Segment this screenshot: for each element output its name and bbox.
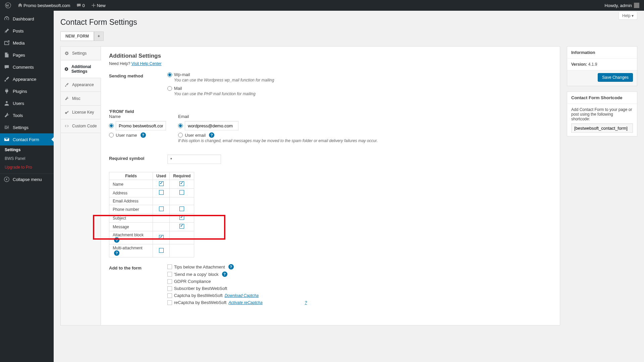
cb-recaptcha[interactable]: [167, 300, 172, 305]
required-symbol-input[interactable]: [167, 155, 221, 164]
tab-add-form[interactable]: +: [94, 32, 104, 41]
itab-appearance[interactable]: Appearance: [61, 78, 101, 92]
dashboard-icon: [3, 15, 10, 22]
mail-desc: You can use the PHP mail function for ma…: [174, 92, 274, 96]
activate-recaptcha-link[interactable]: Activate reCaptcha: [228, 300, 262, 305]
menu-posts[interactable]: Posts: [0, 25, 54, 37]
field-name-cell: Phone number: [109, 205, 153, 214]
comments-link[interactable]: 0: [73, 0, 87, 11]
add-to-form-label: Add to the form: [109, 264, 166, 270]
radio-from-email-custom[interactable]: [178, 123, 183, 128]
table-row: Phone number: [109, 205, 194, 214]
checkbox[interactable]: [179, 206, 184, 211]
help-icon[interactable]: ?: [209, 132, 214, 138]
checkbox[interactable]: [179, 215, 184, 220]
field-name-cell: Email Address: [109, 197, 153, 205]
help-icon[interactable]: ?: [114, 250, 119, 256]
site-link[interactable]: Promo bestwebsoft.com: [14, 0, 73, 11]
cb-gdpr[interactable]: [167, 279, 172, 284]
cb-captcha[interactable]: [167, 293, 172, 298]
radio-from-name-custom[interactable]: [109, 123, 114, 128]
download-captcha-link[interactable]: Download Captcha: [225, 293, 259, 298]
form-area: Additional Settings Need Help? Visit Hel…: [101, 47, 560, 325]
checkbox[interactable]: [179, 190, 184, 195]
new-label: New: [97, 3, 106, 8]
itab-settings[interactable]: Settings: [61, 47, 101, 60]
itab-misc[interactable]: Misc: [61, 92, 101, 106]
table-row: Address: [109, 189, 194, 197]
recaptcha-help-link[interactable]: ?: [305, 300, 307, 305]
cb-subscriber[interactable]: [167, 286, 172, 291]
shortcode-title: Contact Form Shortcode: [567, 92, 637, 104]
checkbox[interactable]: [179, 181, 184, 186]
radio-mail[interactable]: [167, 86, 172, 91]
help-tab[interactable]: Help ▾: [619, 12, 637, 20]
help-center-link[interactable]: Visit Help Center: [131, 61, 162, 66]
wordpress-icon: [5, 2, 11, 9]
section-heading: Additional Settings: [109, 53, 552, 59]
cb-copy[interactable]: [167, 272, 172, 277]
help-icon[interactable]: ?: [222, 272, 227, 277]
account-link[interactable]: Howdy, admin: [602, 0, 642, 11]
submenu-upgrade[interactable]: Upgrade to Pro: [0, 163, 54, 172]
main-panel: Settings Additional Settings Appearance …: [60, 46, 560, 325]
menu-users[interactable]: Users: [0, 97, 54, 109]
comment-icon: [75, 2, 82, 9]
submenu-bws-panel[interactable]: BWS Panel: [0, 154, 54, 163]
new-link[interactable]: New: [88, 0, 108, 11]
svg-point-3: [65, 112, 67, 114]
collapse-menu[interactable]: Collapse menu: [0, 174, 54, 185]
page-icon: [3, 52, 10, 58]
plus-icon: [90, 2, 97, 9]
help-icon[interactable]: ?: [114, 237, 119, 243]
save-changes-button[interactable]: Save Changes: [598, 73, 633, 82]
menu-dashboard[interactable]: Dashboard: [0, 13, 54, 25]
checkbox[interactable]: [159, 181, 164, 186]
howdy-text: Howdy, admin: [605, 3, 632, 8]
fields-table: FieldsUsedRequired NameAddressEmail Addr…: [109, 172, 194, 257]
plug-icon: [3, 88, 10, 95]
checkbox[interactable]: [159, 248, 164, 253]
checkbox[interactable]: [159, 235, 164, 240]
shortcode-box: Contact Form Shortcode Add Contact Form …: [567, 92, 637, 136]
inner-tabs: Settings Additional Settings Appearance …: [61, 47, 101, 325]
menu-plugins[interactable]: Plugins: [0, 85, 54, 97]
chevron-down-icon: ▾: [632, 13, 634, 18]
name-label: Name: [109, 114, 166, 119]
itab-custom-code[interactable]: Custom Code: [61, 119, 101, 133]
itab-license[interactable]: License Key: [61, 106, 101, 119]
key-icon: [64, 110, 69, 115]
menu-comments[interactable]: Comments: [0, 61, 54, 73]
from-email-input[interactable]: [185, 121, 238, 130]
shortcode-input[interactable]: [571, 123, 633, 133]
media-icon: [3, 40, 10, 46]
cb-tips[interactable]: [167, 264, 172, 269]
checkbox[interactable]: [159, 206, 164, 211]
radio-from-email-user[interactable]: [178, 133, 183, 137]
itab-additional[interactable]: Additional Settings: [61, 60, 101, 78]
submenu-settings[interactable]: Settings: [0, 145, 54, 154]
brush-icon: [3, 76, 10, 82]
admin-bar: Promo bestwebsoft.com 0 New Howdy, admin: [0, 0, 644, 11]
help-icon[interactable]: ?: [228, 264, 234, 269]
version-label: Version:: [571, 62, 587, 67]
checkbox[interactable]: [159, 190, 164, 195]
version-value: 4.1.9: [588, 62, 597, 67]
menu-media[interactable]: Media: [0, 37, 54, 49]
info-title: Information: [567, 47, 637, 59]
menu-appearance[interactable]: Appearance: [0, 73, 54, 85]
radio-from-name-user[interactable]: [109, 133, 114, 137]
menu-settings[interactable]: Settings: [0, 121, 54, 133]
help-icon[interactable]: ?: [141, 132, 146, 138]
menu-contact-form[interactable]: Contact Form: [0, 133, 54, 145]
wp-logo[interactable]: [2, 0, 14, 11]
radio-wpmail[interactable]: [167, 72, 172, 77]
from-name-input[interactable]: [116, 121, 166, 130]
table-row: Subject: [109, 214, 194, 223]
admin-sidebar: Dashboard Posts Media Pages Comments App…: [0, 11, 54, 339]
table-row: Attachment block ?: [109, 231, 194, 244]
tab-new-form[interactable]: NEW_FORM: [60, 32, 94, 41]
menu-pages[interactable]: Pages: [0, 49, 54, 61]
checkbox[interactable]: [179, 224, 184, 229]
menu-tools[interactable]: Tools: [0, 109, 54, 121]
